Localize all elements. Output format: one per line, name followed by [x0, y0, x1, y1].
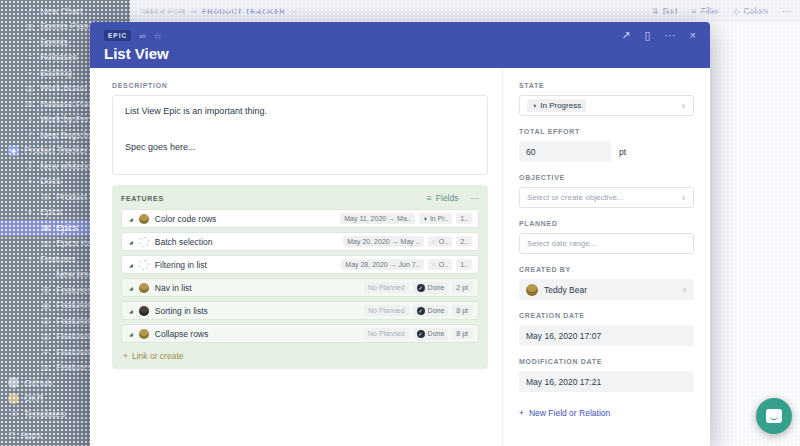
chat-support-button[interactable]: [756, 398, 792, 434]
sidebar-item-label: Features: [56, 300, 92, 310]
board-icon: ▥: [40, 285, 52, 294]
expand-row-icon[interactable]: ◢: [129, 262, 133, 268]
expand-row-icon[interactable]: ◢: [129, 331, 133, 337]
expand-row-icon[interactable]: ◢: [129, 308, 133, 314]
filter-button[interactable]: ≡Filter: [692, 6, 720, 16]
topbar-controls: ⇅Sort ≡Filter ◇Colors ⋯: [651, 6, 790, 16]
board-icon: ▥: [40, 239, 52, 248]
expand-row-icon[interactable]: ◢: [129, 285, 133, 291]
link-or-create-label: Link or create: [132, 351, 184, 361]
chart-icon: ↗: [24, 130, 36, 139]
chevron-down-icon: ∨: [682, 286, 687, 294]
description-line: Spec goes here...: [125, 142, 475, 152]
feature-row[interactable]: ◢ Batch selection May 20, 2020 → May .. …: [121, 232, 479, 251]
epic-detail-modal: EPIC ∞ ☆ ↗ ▯ ⋯ × List View DESCRIPTION L…: [90, 22, 710, 446]
board-icon: ▥: [40, 363, 52, 372]
context-label: TABLE FOR: [140, 7, 186, 16]
link-or-create-button[interactable]: + Link or create: [123, 351, 479, 361]
state-label: O..: [439, 261, 448, 268]
new-field-or-relation-button[interactable]: + New Field or Relation: [519, 408, 694, 418]
sidebar-item-label: Backlog: [40, 68, 72, 78]
sidebar-item-label: Features: [40, 254, 76, 264]
features-panel: FEATURES ≡Fields ⋯ ◢ Color code rows May…: [112, 185, 488, 369]
breadcrumb: TABLE FOR ∞ PRODUCT TRACKER ☆: [140, 7, 298, 16]
state-chip[interactable]: ○O..: [428, 236, 453, 247]
assignee-avatar-empty: [139, 260, 149, 270]
sidebar-item-new-chart[interactable]: ↗New Chart: [0, 3, 130, 19]
planned-dates-chip[interactable]: May 20, 2020 → May ..: [343, 236, 423, 247]
feature-row[interactable]: ◢ Sorting in lists No Planned ✓Done 8 pt: [121, 301, 479, 320]
description-label: DESCRIPTION: [112, 82, 488, 89]
total-effort-label: TOTAL EFFORT: [519, 128, 694, 135]
feature-row[interactable]: ◢ Nav in list No Planned ✓Done 2 pt: [121, 278, 479, 297]
planned-dates-chip[interactable]: No Planned: [364, 328, 409, 339]
assignee-avatar: [139, 283, 149, 293]
planned-dates-chip[interactable]: No Planned: [364, 305, 409, 316]
expand-row-icon[interactable]: ◢: [129, 216, 133, 222]
open-state-icon: ○: [432, 238, 436, 245]
effort-chip[interactable]: 8 pt: [452, 305, 472, 316]
chevron-down-icon: ▾: [24, 208, 36, 217]
sidebar-item-label: Templates: [24, 409, 65, 419]
copy-link-icon[interactable]: ∞: [139, 31, 145, 41]
fields-button[interactable]: ≡Fields: [427, 193, 459, 203]
effort-chip[interactable]: 2 pt: [452, 282, 472, 293]
expand-row-icon[interactable]: ◢: [129, 239, 133, 245]
whiteboard-icon: ╳: [24, 161, 36, 170]
modification-date-field: MODIFICATION DATE May 16, 2020 17:21: [519, 358, 694, 392]
effort-chip[interactable]: 1..: [456, 213, 472, 224]
templates-icon: ⊞: [8, 409, 20, 418]
modal-actions: ↗ ▯ ⋯ ×: [621, 29, 696, 42]
feature-row[interactable]: ◢ Collapse rows No Planned ✓Done 8 pt: [121, 324, 479, 343]
plus-icon: +: [519, 408, 524, 418]
planned-dates-chip[interactable]: May 28, 2020 → Jun 7..: [341, 259, 423, 270]
colors-label: Colors: [743, 6, 768, 16]
state-chip[interactable]: ○O..: [428, 259, 453, 270]
feature-row[interactable]: ◢ Color code rows May 11, 2020 → Ma.. ◑I…: [121, 209, 479, 228]
colors-button[interactable]: ◇Colors: [733, 6, 768, 16]
more-options-icon[interactable]: ⋯: [665, 29, 676, 42]
apps-icon: ⊡: [8, 430, 16, 440]
more-button[interactable]: ⋯: [782, 7, 790, 16]
chevron-down-icon: ▾: [24, 177, 36, 186]
effort-chip[interactable]: 8 pt: [452, 328, 472, 339]
feature-title: Nav in list: [155, 283, 192, 293]
planned-dates-chip[interactable]: May 11, 2020 → Ma..: [340, 213, 414, 224]
side-panel-icon[interactable]: ▯: [645, 29, 651, 42]
features-more-icon[interactable]: ⋯: [471, 193, 480, 203]
sort-button[interactable]: ⇅Sort: [651, 6, 677, 16]
effort-chip[interactable]: 1..: [456, 259, 472, 270]
state-label: Done: [428, 284, 445, 291]
table-icon: ▦: [40, 301, 52, 310]
planned-date-input[interactable]: Select date range...: [519, 233, 694, 254]
star-icon[interactable]: ☆: [154, 31, 162, 41]
sidebar-item-label: New Chart: [40, 6, 83, 16]
star-icon[interactable]: ☆: [290, 7, 298, 16]
state-chip[interactable]: ◑In Pr..: [419, 213, 453, 224]
state-label: In Pr..: [430, 215, 448, 222]
creation-date-label: CREATION DATE: [519, 312, 694, 319]
sort-icon: ⇅: [651, 7, 658, 16]
objective-placeholder: Select or create objective...: [527, 193, 624, 202]
board-icon: ▥: [24, 84, 36, 93]
creation-date-value: May 16, 2020 17:07: [519, 325, 694, 346]
total-effort-field: TOTAL EFFORT 60 pt: [519, 128, 694, 162]
feature-title: Filtering in list: [155, 260, 207, 270]
description-editor[interactable]: List View Epic is an important thing. Sp…: [112, 95, 488, 175]
project-link[interactable]: PRODUCT TRACKER: [202, 7, 285, 16]
total-effort-input[interactable]: 60: [519, 141, 611, 162]
state-chip[interactable]: ✓Done: [413, 282, 449, 294]
feature-row[interactable]: ◢ Filtering in list May 28, 2020 → Jun 7…: [121, 255, 479, 274]
state-select[interactable]: ◑In Progress ∨: [519, 95, 694, 116]
created-by-select[interactable]: Teddy Bear ∨: [519, 279, 694, 300]
objective-select[interactable]: Select or create objective... ∨: [519, 187, 694, 208]
close-icon[interactable]: ×: [690, 29, 696, 42]
expand-icon[interactable]: ↗: [621, 29, 630, 42]
feature-title: Batch selection: [155, 237, 213, 247]
planned-dates-chip[interactable]: No Planned: [364, 282, 409, 293]
board-icon: ▥: [24, 22, 36, 31]
effort-chip[interactable]: 2..: [456, 236, 472, 247]
state-chip[interactable]: ✓Done: [413, 305, 449, 317]
state-chip[interactable]: ✓Done: [413, 328, 449, 340]
sidebar-item-label: Work Board: [40, 83, 87, 93]
